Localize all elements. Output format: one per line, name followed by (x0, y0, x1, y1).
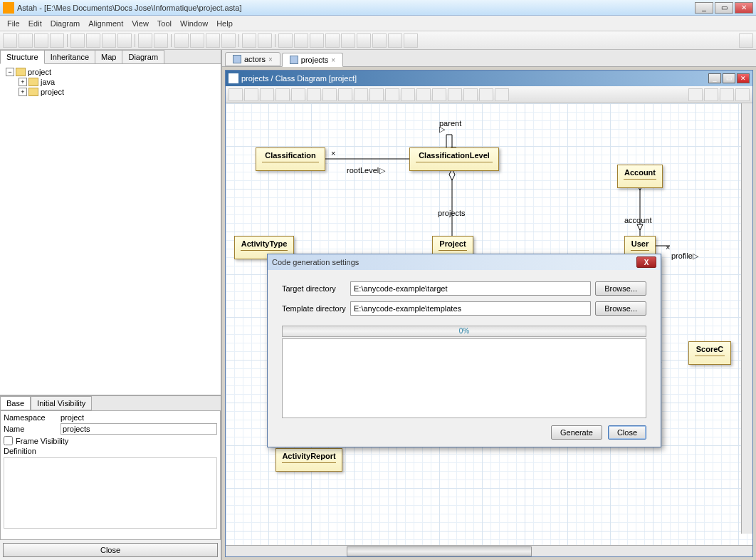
text2-tool-icon[interactable] (688, 88, 703, 101)
toolbar-open-icon[interactable] (19, 33, 33, 48)
interface-tool-icon[interactable] (275, 88, 290, 101)
line2-tool-icon[interactable] (432, 88, 446, 101)
prop-name-input[interactable] (61, 423, 217, 435)
diagram-minimize-button[interactable]: _ (708, 73, 721, 83)
window-close-button[interactable]: ✕ (735, 2, 753, 14)
target-directory-input[interactable] (350, 281, 591, 296)
doc-tab-actors[interactable]: actors × (225, 52, 280, 66)
close-icon[interactable]: × (331, 56, 335, 64)
tab-inheritance[interactable]: Inheritance (44, 50, 95, 63)
toolbar-color-icon[interactable] (341, 33, 355, 48)
toolbar-arrow-icon[interactable] (372, 33, 387, 48)
toolbar-layout1-icon[interactable] (278, 33, 293, 48)
diagram-close-button[interactable]: ✕ (737, 73, 750, 83)
toolbar-print-icon[interactable] (50, 33, 64, 48)
package-icon (16, 68, 26, 76)
close-icon[interactable]: × (268, 56, 273, 63)
toolbar-new-icon[interactable] (3, 33, 17, 48)
minimize-button[interactable]: _ (695, 2, 713, 14)
toolbar-layout4-icon[interactable] (325, 33, 340, 48)
menu-view[interactable]: View (127, 18, 153, 29)
menu-help[interactable]: Help (212, 18, 237, 29)
package-tool-icon[interactable] (260, 88, 274, 101)
toolbar-zoom-icon[interactable] (174, 33, 189, 48)
toolbar-redo-icon[interactable] (154, 33, 168, 48)
class-classification-level[interactable]: ClassificationLevel (409, 147, 499, 171)
diagram-maximize-button[interactable]: ▭ (723, 73, 735, 83)
menu-tool[interactable]: Tool (153, 18, 176, 29)
zoom-tool-icon[interactable] (495, 88, 509, 101)
menu-edit[interactable]: Edit (24, 18, 46, 29)
doc-tab-projects[interactable]: projects × (282, 53, 343, 67)
tree-root[interactable]: − project (3, 67, 218, 77)
horizontal-scrollbar[interactable] (226, 545, 752, 556)
structure-tree[interactable]: − project + java + project (0, 64, 221, 395)
toolbar-undo-icon[interactable] (138, 33, 152, 48)
maximize-button[interactable]: ▭ (715, 2, 733, 14)
toolbar-save-icon[interactable] (34, 33, 48, 48)
agg-tool-icon[interactable] (401, 88, 415, 101)
gen-tool-icon[interactable] (354, 88, 368, 101)
select-tool-icon[interactable] (229, 88, 243, 101)
toolbar-layout3-icon[interactable] (310, 33, 324, 48)
text-tool-icon[interactable] (463, 88, 478, 101)
toolbar-line-icon[interactable] (357, 33, 371, 48)
rect2-tool-icon[interactable] (704, 88, 718, 101)
left-close-button[interactable]: Close (3, 543, 218, 557)
menu-alignment[interactable]: Alignment (84, 18, 127, 29)
class-activity-report[interactable]: ActivityReport (275, 448, 342, 472)
prop-tab-base[interactable]: Base (0, 396, 31, 410)
prop-tab-initial-visibility[interactable]: Initial Visibility (31, 396, 92, 410)
class-tool-icon[interactable] (244, 88, 258, 101)
toolbar-clip-icon[interactable] (117, 33, 132, 48)
rect-tool-icon[interactable] (479, 88, 493, 101)
browse-target-button[interactable]: Browse... (595, 281, 646, 296)
toolbar-navleft-icon[interactable] (242, 33, 256, 48)
toolbar-navright-icon[interactable] (258, 33, 272, 48)
tree-toggle-icon[interactable]: + (19, 78, 27, 86)
scrollbar-thumb[interactable] (347, 546, 532, 556)
tab-diagram[interactable]: Diagram (122, 50, 164, 63)
menu-file[interactable]: File (3, 18, 24, 29)
line3-tool-icon[interactable] (448, 88, 462, 101)
tab-structure[interactable]: Structure (0, 50, 45, 64)
toolbar-cut-icon[interactable] (102, 33, 116, 48)
toolbar-paste-icon[interactable] (86, 33, 100, 48)
browse-template-button[interactable]: Browse... (595, 301, 646, 316)
class-classification[interactable]: Classification (256, 147, 325, 171)
line1-tool-icon[interactable] (416, 88, 431, 101)
definition-textarea[interactable] (4, 457, 217, 529)
tree-node-java[interactable]: + java (3, 77, 218, 87)
real-tool-icon[interactable] (369, 88, 384, 101)
toolbar-help-icon[interactable] (739, 33, 753, 48)
toolbar-fit-icon[interactable] (221, 33, 236, 48)
toolbar-zoomin-icon[interactable] (190, 33, 204, 48)
menu-window[interactable]: Window (176, 18, 212, 29)
image-tool-icon[interactable] (735, 88, 750, 101)
toolbar-copy-icon[interactable] (70, 33, 85, 48)
tab-map[interactable]: Map (95, 50, 122, 63)
template-directory-label: Template directory (282, 304, 346, 313)
tree-toggle-icon[interactable]: − (6, 68, 14, 76)
generate-button[interactable]: Generate (551, 425, 602, 440)
template-directory-input[interactable] (350, 301, 591, 316)
tree-node-project[interactable]: + project (3, 87, 218, 97)
toolbar-layout2-icon[interactable] (294, 33, 308, 48)
comp-tool-icon[interactable] (385, 88, 399, 101)
class-scorec[interactable]: ScoreC (688, 341, 731, 365)
dialog-close-action-button[interactable]: Close (608, 425, 646, 440)
assoc-tool-icon[interactable] (307, 88, 321, 101)
class-account[interactable]: Account (617, 165, 663, 188)
menu-diagram[interactable]: Diagram (46, 18, 85, 29)
vertical-scrollbar[interactable] (741, 103, 752, 534)
toolbar-shape-icon[interactable] (388, 33, 402, 48)
tree-toggle-icon[interactable]: + (19, 88, 27, 96)
toolbar-more-icon[interactable] (404, 33, 418, 48)
grid-tool-icon[interactable] (322, 88, 337, 101)
toolbar-zoomout-icon[interactable] (206, 33, 220, 48)
line4-tool-icon[interactable] (720, 88, 734, 101)
frame-visibility-checkbox[interactable] (4, 436, 13, 445)
note-tool-icon[interactable] (291, 88, 305, 101)
dep-tool-icon[interactable] (338, 88, 352, 101)
dialog-close-button[interactable]: X (636, 256, 656, 268)
